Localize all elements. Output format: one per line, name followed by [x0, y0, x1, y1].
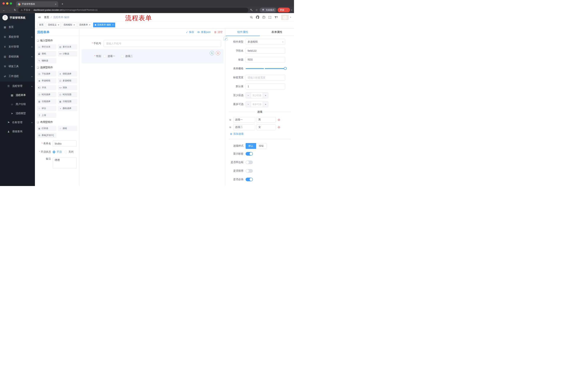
slider-knob[interactable]: [284, 67, 287, 70]
tab-process-form-edit[interactable]: 流程表单-编辑 ×: [93, 22, 115, 27]
remark-textarea[interactable]: 嘿嘿: [53, 157, 77, 169]
phone-input[interactable]: [103, 40, 221, 47]
fullscreen-icon[interactable]: [268, 15, 272, 20]
option-value-input[interactable]: [257, 117, 276, 123]
link-icon[interactable]: [224, 37, 228, 41]
palette-item-upload[interactable]: ↥上传: [37, 113, 56, 118]
toolbar-chevron-down-icon[interactable]: ▾: [291, 9, 292, 11]
palette-item-table[interactable]: ⊞表格[开发中]: [37, 133, 56, 138]
palette-item-select[interactable]: ◎下拉选择: [37, 71, 56, 76]
close-icon[interactable]: ×: [58, 24, 59, 26]
palette-item-editor[interactable]: ✎编辑器: [37, 58, 56, 63]
delete-component-button[interactable]: [216, 51, 220, 55]
grid-slider[interactable]: [246, 66, 285, 72]
palette-item-checkbox-group[interactable]: ☑多选框组: [58, 78, 77, 83]
search-icon[interactable]: [249, 15, 254, 20]
palette-item-slider[interactable]: 滑块: [58, 85, 77, 90]
avatar[interactable]: [281, 15, 289, 20]
security-label[interactable]: 不安全: [24, 9, 31, 12]
minimize-window-button[interactable]: [6, 2, 8, 5]
palette-item-switch[interactable]: 开关: [37, 85, 56, 90]
radio-on-label[interactable]: 开启: [57, 150, 62, 154]
default-value-input[interactable]: [246, 84, 285, 89]
palette-item-counter[interactable]: 123计数器: [58, 51, 77, 56]
option-label-input[interactable]: [233, 117, 255, 123]
tab-home[interactable]: 首页: [37, 22, 45, 27]
tab-process-model[interactable]: 流程模型 ×: [62, 22, 76, 27]
radio-off-label[interactable]: 关闭: [68, 150, 74, 154]
remove-option-icon[interactable]: ⊖: [278, 118, 280, 121]
clear-button[interactable]: 清空: [214, 31, 223, 34]
tab-form-props[interactable]: 表单属性: [260, 28, 294, 36]
option-label-input[interactable]: [233, 124, 255, 130]
sidebar-item-payment[interactable]: ¥ 支付管理 ▾: [0, 42, 35, 52]
zoom-window-button[interactable]: [10, 2, 12, 5]
add-option-button[interactable]: ⊕ 添加选项: [230, 132, 291, 136]
palette-item-button[interactable]: ☝按钮: [58, 126, 77, 131]
drag-handle-icon[interactable]: [229, 126, 232, 129]
password-key-icon[interactable]: [249, 9, 253, 11]
sidebar-item-user-groups[interactable]: ☺ 用户分组: [0, 100, 35, 109]
copy-component-button[interactable]: [210, 51, 214, 55]
palette-item-rate[interactable]: ☆评分: [37, 106, 56, 111]
save-button[interactable]: ✓ 保存: [186, 31, 194, 34]
close-icon[interactable]: ×: [74, 24, 75, 26]
checkbox-label[interactable]: 选项一: [107, 55, 115, 58]
palette-item-radio-group[interactable]: ◉单选框组: [37, 78, 56, 83]
canvas-field-phone[interactable]: 手机号: [82, 39, 223, 48]
component-type-select[interactable]: 多选框组 ▾: [246, 39, 285, 45]
min-select-input[interactable]: [251, 93, 263, 98]
palette-item-password[interactable]: 密码: [37, 51, 56, 56]
palette-item-time-range[interactable]: ◴时间范围: [58, 92, 77, 97]
tab-component-props[interactable]: 组件属性: [226, 28, 260, 36]
max-select-input[interactable]: [251, 101, 263, 107]
required-switch[interactable]: [246, 178, 253, 181]
disabled-switch[interactable]: [246, 169, 253, 173]
github-icon[interactable]: [255, 15, 260, 20]
url-bar[interactable]: ⚠ 不安全 dashboard.yudao.iocoder.cn/bpm/man…: [18, 8, 248, 12]
checkbox[interactable]: [121, 55, 124, 57]
increase-button[interactable]: +: [263, 101, 268, 107]
sidebar-item-process-form[interactable]: ▤ 流程表单: [0, 91, 35, 100]
sidebar-item-process-management[interactable]: ☰ 流程管理 ▴: [0, 82, 35, 91]
browser-tab[interactable]: 芋道管理系统 ×: [16, 1, 58, 7]
close-tab-icon[interactable]: ×: [55, 3, 56, 6]
hamburger-icon[interactable]: [35, 13, 44, 21]
palette-item-single-text[interactable]: ▭单行文本: [37, 44, 56, 50]
tab-process-definition[interactable]: 流程定义 ×: [46, 22, 61, 27]
help-icon[interactable]: ?: [262, 15, 266, 20]
label-width-input[interactable]: [246, 74, 285, 80]
back-icon[interactable]: ←: [2, 8, 6, 12]
style-default-button[interactable]: 默认: [246, 143, 256, 149]
breadcrumb-home[interactable]: 首页: [44, 16, 49, 19]
sidebar-item-workflow[interactable]: ⇄ 工作流程 ▴: [0, 71, 35, 81]
close-window-button[interactable]: [2, 2, 5, 5]
checkbox[interactable]: [103, 55, 106, 57]
kebab-menu-icon[interactable]: ⋮: [286, 9, 288, 11]
sidebar-item-process-model[interactable]: ➤ 流程模型: [0, 109, 35, 118]
font-size-icon[interactable]: TT: [274, 15, 279, 20]
palette-item-color-picker[interactable]: ◑颜色选择: [58, 106, 77, 111]
form-name-input[interactable]: [53, 140, 77, 147]
palette-item-time-picker[interactable]: ◷时间选择: [37, 92, 56, 97]
palette-item-row-container[interactable]: ▣行容器: [37, 126, 56, 131]
canvas-field-gender[interactable]: 性别 选项一 选项二: [82, 49, 223, 63]
reload-icon[interactable]: ↻: [13, 8, 17, 12]
close-icon[interactable]: ×: [112, 24, 114, 26]
palette-item-date-range[interactable]: ▩日期范围: [58, 99, 77, 104]
bookmark-star-icon[interactable]: ☆: [254, 8, 259, 12]
decrease-button[interactable]: −: [246, 101, 251, 107]
checkbox-label[interactable]: 选项二: [125, 55, 133, 58]
sidebar-item-devtools[interactable]: ⚒ 研发工具 ▾: [0, 62, 35, 71]
palette-item-multi-text[interactable]: ▤多行文本: [58, 44, 77, 50]
show-label-switch[interactable]: [246, 152, 253, 156]
app-logo[interactable]: 芋道管理系统: [0, 13, 35, 22]
update-button[interactable]: 更新 ⋮: [278, 8, 290, 12]
view-json-button[interactable]: 查看json: [197, 31, 211, 34]
radio-off[interactable]: [64, 151, 67, 153]
drag-handle-icon[interactable]: [229, 118, 232, 121]
style-button-button[interactable]: 按钮: [256, 143, 266, 149]
sidebar-item-home[interactable]: ▦ 首页: [0, 22, 35, 32]
increase-button[interactable]: +: [263, 93, 268, 98]
sidebar-item-infrastructure[interactable]: ▥ 基础设施 ▾: [0, 52, 35, 62]
